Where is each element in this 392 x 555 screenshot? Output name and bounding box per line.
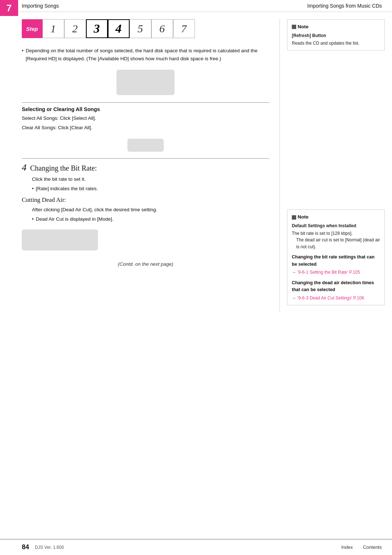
note2-icon xyxy=(292,215,296,220)
step4-title: Changing the Bit Rate: xyxy=(30,164,97,172)
note1-icon xyxy=(292,25,296,29)
step4-body: Click the bit rate to set it. • [Rate] i… xyxy=(22,175,269,193)
note2-line2: The dead air cut is set to [Normal] (dea… xyxy=(296,237,380,250)
chapter-number: 7 xyxy=(7,3,12,14)
selecting-section: Selecting or Clearing All Songs Select A… xyxy=(22,106,269,132)
step4-bullet1: [Rate] indicates the bit rates. xyxy=(36,185,98,193)
selecting-heading: Selecting or Clearing All Songs xyxy=(22,106,269,112)
step-bar: Step 1 2 3 4 5 6 7 xyxy=(22,19,269,38)
note2-link1[interactable]: '9-6-1 Setting the Bit Rate' P.105 xyxy=(297,270,360,275)
note1-title: Note xyxy=(292,23,380,31)
note2-section1-heading: Changing the bit rate settings that can … xyxy=(292,254,380,268)
footer-links: Index Contents xyxy=(341,544,382,550)
step4-number: 4 xyxy=(22,162,26,173)
note2-section1-link: → '9-6-1 Setting the Bit Rate' P.105 xyxy=(292,269,380,276)
note2-section2-link: → '9-6-3 Dead Air Cut Settings' P.106 xyxy=(292,295,380,302)
page-number-badge: 7 xyxy=(0,0,18,16)
ui-mockup-top xyxy=(117,70,175,95)
header-right: Importing Songs from Music CDs xyxy=(307,3,382,9)
cutting-dead-air-body: After clicking [Dead Air Cut], click the… xyxy=(22,206,269,223)
ui-mockup-medium xyxy=(22,229,98,250)
footer-version: DJS Ver. 1.600 xyxy=(35,545,341,550)
cutting-dead-air-heading: Cutting Dead Air: xyxy=(22,196,269,204)
divider-2 xyxy=(22,158,269,159)
contd-text: (Contd. on the next page) xyxy=(22,261,269,267)
footer-contents-link[interactable]: Contents xyxy=(363,544,382,550)
sidebar-spacer xyxy=(287,57,385,209)
note2-section1: Changing the bit rate settings that can … xyxy=(292,254,380,276)
footer-page-number: 84 xyxy=(22,543,29,551)
note1-box: Note [Refresh] Button Reads the CD and u… xyxy=(287,19,385,50)
step-2: 2 xyxy=(64,19,86,38)
page-footer: 84 DJS Ver. 1.600 Index Contents xyxy=(0,539,392,555)
step-label: Step xyxy=(22,19,42,38)
note2-section2: Changing the dead air detection times th… xyxy=(292,279,380,301)
ui-mockup-small xyxy=(127,139,164,152)
header-left: Importing Songs xyxy=(22,3,59,9)
bullet-text: Depending on the total number of songs s… xyxy=(26,47,269,62)
page-header: Importing Songs Importing Songs from Mus… xyxy=(0,0,392,12)
note2-body: Default Settings when Installed The bit … xyxy=(292,223,380,250)
step-7: 7 xyxy=(173,19,195,38)
step4-line1: Click the bit rate to set it. xyxy=(32,175,269,183)
left-column: Step 1 2 3 4 5 6 7 • Depending on the to… xyxy=(0,19,279,312)
selecting-line2: Clear All Songs: Click [Clear All]. xyxy=(22,124,269,132)
step4-bullet2: Dead Air Cut is displayed in [Mode]. xyxy=(36,215,114,223)
divider-1 xyxy=(22,102,269,103)
step-1: 1 xyxy=(42,19,64,38)
footer-index-link[interactable]: Index xyxy=(341,544,353,550)
note2-title: Note xyxy=(292,213,380,221)
note2-box: Note Default Settings when Installed The… xyxy=(287,209,385,305)
note2-section2-heading: Changing the dead air detection times th… xyxy=(292,279,380,294)
selecting-line1: Select All Songs: Click [Select All]. xyxy=(22,114,269,122)
step-6: 6 xyxy=(151,19,173,38)
step-5: 5 xyxy=(130,19,151,38)
right-sidebar: Note [Refresh] Button Reads the CD and u… xyxy=(279,19,392,312)
ui-mockup-small-container xyxy=(22,139,269,152)
bullet-section: • Depending on the total number of songs… xyxy=(22,47,269,62)
step4-heading: 4 Changing the Bit Rate: xyxy=(22,162,269,173)
step-4-active: 4 xyxy=(108,19,130,38)
main-layout: Step 1 2 3 4 5 6 7 • Depending on the to… xyxy=(0,12,392,312)
cutting-line1: After clicking [Dead Air Cut], click the… xyxy=(32,206,269,214)
note2-link2[interactable]: '9-6-3 Dead Air Cut Settings' P.106 xyxy=(297,295,364,301)
note1-body: [Refresh] Button Reads the CD and update… xyxy=(292,32,380,46)
step-3-active: 3 xyxy=(86,19,108,38)
